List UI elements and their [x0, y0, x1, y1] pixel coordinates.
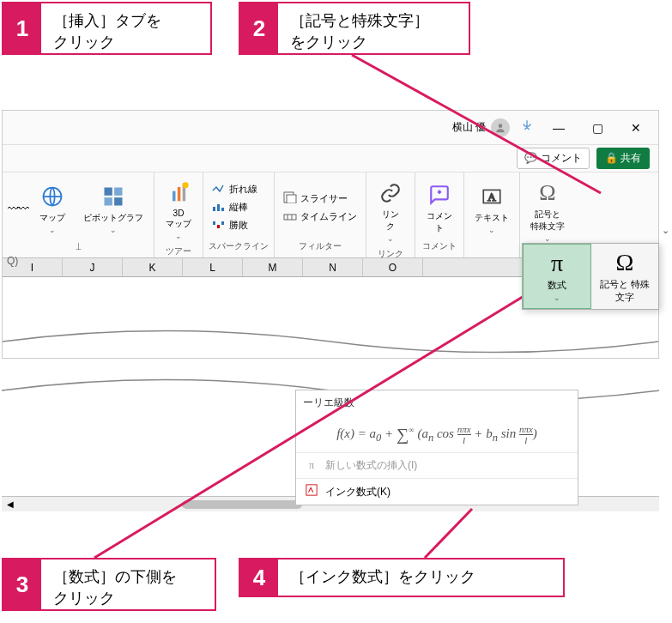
user-account[interactable]: 横山 優 — [452, 118, 510, 137]
column-header[interactable]: N — [303, 258, 363, 276]
svg-rect-6 — [114, 187, 122, 195]
comment-icon — [426, 181, 453, 209]
svg-rect-18 — [221, 221, 224, 225]
scrollbar-thumb[interactable] — [182, 500, 302, 509]
textbox-icon: A — [478, 183, 506, 210]
symbols-button[interactable]: Ω 記号と 特殊文字 ⌄ — [525, 176, 570, 246]
equation-button[interactable]: π 数式 ⌄ — [523, 244, 591, 309]
chevron-down-icon: ⌄ — [49, 226, 56, 234]
chevron-down-icon: ⌄ — [110, 226, 117, 234]
ink-equation-item[interactable]: インク数式(K) — [296, 478, 578, 505]
ribbon-group-charts: 〰〰 マップ ⌄ ピボットグラフ ⌄ ⟘ — [3, 172, 154, 257]
svg-rect-17 — [217, 225, 220, 228]
chevron-down-icon: ⌄ — [544, 234, 551, 243]
svg-rect-14 — [217, 204, 220, 211]
text-button[interactable]: A テキスト ⌄ — [469, 179, 514, 238]
sparkline-line-icon — [212, 184, 226, 196]
svg-rect-10 — [178, 187, 181, 201]
ink-equation-icon — [305, 484, 318, 499]
fourier-series-preview[interactable]: f(x) = a0 + ∑∞ (an cos nπxl + bn sin nπx… — [296, 415, 578, 452]
svg-text:A: A — [487, 191, 496, 203]
maximize-button[interactable]: ▢ — [584, 118, 612, 138]
callout-2: 2 ［記号と特殊文字］ をクリック — [239, 2, 470, 55]
map-chart-button[interactable]: マップ ⌄ — [33, 179, 71, 238]
callout-number: 3 — [3, 559, 41, 609]
svg-rect-5 — [105, 187, 112, 195]
slicer-button[interactable]: スライサー — [280, 190, 360, 207]
timeline-button[interactable]: タイムライン — [280, 209, 360, 225]
search-suffix: Q) — [7, 255, 18, 267]
svg-rect-20 — [287, 195, 296, 203]
comment-button[interactable]: コメン ト — [421, 178, 458, 238]
close-button[interactable]: ✕ — [622, 118, 650, 138]
ribbon-tabs-right: 💬 コメント 🔒 共有 — [3, 145, 658, 172]
callout-4: 4 ［インク数式］をクリック — [239, 558, 565, 597]
share-button[interactable]: 🔒 共有 — [596, 148, 650, 169]
3d-map-button[interactable]: 3D マップ ⌄ — [160, 176, 197, 244]
sparkline-column-button[interactable]: 縦棒 — [209, 199, 261, 215]
insert-new-equation-item[interactable]: π 新しい数式の挿入(I) — [296, 452, 578, 478]
svg-line-2 — [425, 509, 472, 558]
pivotchart-button[interactable]: ピボットグラフ ⌄ — [78, 179, 148, 238]
sparkline-line-button[interactable]: 折れ線 — [209, 181, 261, 197]
column-header[interactable]: L — [183, 258, 243, 276]
chevron-down-icon: ⌄ — [554, 293, 560, 302]
user-avatar-icon — [491, 118, 510, 137]
scroll-left-icon[interactable]: ◀ — [2, 499, 19, 509]
omega-icon: Ω — [534, 179, 561, 207]
comments-button[interactable]: 💬 コメント — [517, 148, 589, 169]
sparkline-winloss-icon — [212, 220, 226, 232]
callout-1: 1 ［挿入］タブを クリック — [2, 2, 212, 55]
link-button[interactable]: リン ク ⌄ — [372, 176, 409, 246]
callout-number: 1 — [3, 3, 41, 53]
3d-map-icon — [165, 179, 192, 207]
callout-text: ［インク数式］をクリック — [278, 559, 487, 596]
ribbon-group-links: リン ク ⌄ リンク — [366, 172, 415, 257]
slicer-icon — [283, 191, 297, 205]
chevron-down-icon: ⌄ — [387, 234, 394, 243]
column-header[interactable]: K — [123, 258, 183, 276]
svg-rect-9 — [173, 191, 176, 202]
ribbon-collapse-button[interactable]: ⌄ — [662, 225, 669, 236]
comment-icon: 💬 — [524, 152, 537, 164]
equation-dropdown-menu: ーリエ級数 f(x) = a0 + ∑∞ (an cos nπxl + bn s… — [295, 390, 578, 505]
timeline-icon — [283, 211, 297, 223]
callout-text: ［数式］の下側を クリック — [41, 559, 189, 609]
svg-rect-13 — [213, 207, 215, 211]
pi-icon: π — [305, 459, 318, 472]
user-name: 横山 優 — [452, 120, 486, 135]
ribbon-group-tours: 3D マップ ⌄ ツアー — [154, 172, 203, 257]
pi-icon: π — [551, 250, 563, 277]
cut-line-icon — [3, 329, 658, 354]
callout-text: ［挿入］タブを クリック — [41, 3, 173, 53]
svg-rect-8 — [114, 197, 122, 205]
sparkline-winloss-button[interactable]: 勝敗 — [209, 217, 261, 233]
mic-icon[interactable] — [520, 118, 534, 138]
symbol-button[interactable]: Ω 記号と 特殊文字 — [591, 244, 658, 309]
callout-number: 2 — [240, 3, 278, 53]
chevron-down-icon: ⌄ — [488, 226, 495, 234]
svg-rect-21 — [284, 215, 296, 220]
ribbon-group-sparklines: 折れ線 縦棒 勝敗 スパークライン — [203, 172, 275, 257]
callout-number: 4 — [240, 559, 278, 596]
callout-3: 3 ［数式］の下側を クリック — [2, 558, 216, 611]
svg-rect-16 — [213, 221, 215, 225]
ribbon-group-filters: スライサー タイムライン フィルター — [275, 172, 366, 257]
omega-icon: Ω — [616, 249, 634, 276]
ribbon-group-expand-icon[interactable]: ⟘ — [8, 240, 148, 254]
chevron-down-icon: ⌄ — [175, 232, 182, 240]
minimize-button[interactable]: — — [544, 118, 573, 138]
window-titlebar: 横山 優 — ▢ ✕ — [3, 111, 658, 145]
svg-rect-7 — [105, 197, 112, 205]
ribbon-group-text: A テキスト ⌄ — [464, 172, 520, 257]
link-icon — [377, 179, 404, 207]
sparkline-column-icon — [212, 202, 226, 214]
column-header[interactable]: J — [63, 258, 123, 276]
column-header[interactable]: M — [243, 258, 303, 276]
svg-point-3 — [499, 124, 503, 128]
equation-preview-title: ーリエ級数 — [296, 390, 578, 415]
svg-point-12 — [183, 182, 189, 188]
chart-sparkline-icon[interactable]: 〰〰 — [8, 202, 27, 215]
column-header[interactable]: O — [363, 258, 423, 276]
excel-window: 横山 優 — ▢ ✕ Q) 💬 コメント 🔒 共有 〰〰 — [2, 110, 659, 359]
